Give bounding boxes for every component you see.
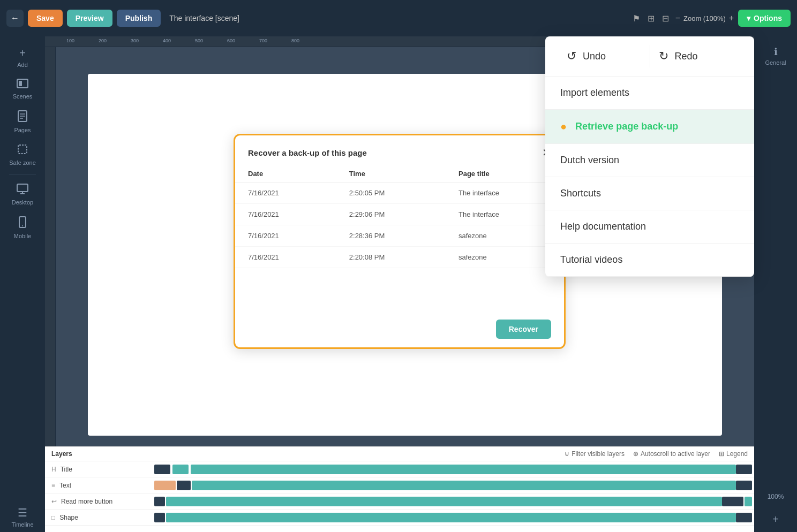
scene-title: The interface [scene] — [169, 14, 626, 22]
align-icon[interactable]: ⊞ — [645, 11, 657, 26]
layer-icon-readmore: ↩ — [51, 498, 57, 505]
layers-header: Layers ⊎ Filter visible layers ⊕ Autoscr… — [45, 447, 754, 461]
layer-bar-readmore-2 — [166, 497, 722, 506]
zoom-label: Zoom (100%) — [683, 14, 726, 22]
shortcuts-item[interactable]: Shortcuts — [545, 177, 754, 210]
layer-bar-text-4 — [736, 481, 752, 490]
table-row[interactable]: 7/16/2021 2:28:36 PM safezone — [235, 225, 564, 247]
modal-title: Recover a back-up of this page — [248, 148, 367, 157]
layers-panel: Layers ⊎ Filter visible layers ⊕ Autoscr… — [45, 446, 754, 532]
layer-row-text[interactable]: ≡ Text — [45, 477, 754, 493]
back-button[interactable]: ← — [6, 10, 24, 27]
preview-button[interactable]: Preview — [67, 10, 112, 27]
sidebar-item-pages[interactable]: Pages — [4, 106, 41, 138]
flag-icon[interactable]: ⚑ — [630, 11, 642, 26]
grid-icon[interactable]: ⊟ — [660, 11, 671, 26]
layer-bar-title-1 — [154, 465, 170, 474]
sidebar-label-timeline: Timeline — [11, 521, 33, 528]
desktop-icon — [17, 184, 28, 197]
mobile-icon — [19, 216, 26, 231]
zoom-control: − Zoom (100%) + — [675, 13, 734, 23]
undo-label: Undo — [583, 51, 606, 62]
sidebar-item-scenes[interactable]: Scenes — [4, 74, 41, 104]
retrieve-backup-item[interactable]: ● Retrieve page back-up — [545, 110, 754, 144]
timeline-icon: ☰ — [18, 506, 27, 519]
sidebar-divider-1 — [9, 174, 36, 175]
table-header-date: Date — [235, 165, 336, 183]
sidebar-label-desktop: Desktop — [12, 199, 33, 206]
autoscroll-button[interactable]: ⊕ Autoscroll to active layer — [633, 450, 710, 458]
dutch-version-label: Dutch version — [560, 155, 619, 166]
undo-icon: ↺ — [567, 49, 576, 63]
legend-button[interactable]: ⊞ Legend — [719, 450, 748, 458]
table-cell-time-2: 2:29:06 PM — [336, 204, 446, 225]
table-row[interactable]: 7/16/2021 2:20:08 PM safezone — [235, 247, 564, 268]
redo-button[interactable]: ↻ Redo — [652, 45, 740, 67]
dutch-version-item[interactable]: Dutch version — [545, 144, 754, 177]
right-panel-label-general: General — [765, 59, 786, 66]
table-cell-time-3: 2:28:36 PM — [336, 225, 446, 247]
table-cell-date-2: 7/16/2021 — [235, 204, 336, 225]
autoscroll-icon: ⊕ — [633, 450, 638, 458]
table-cell-date-1: 7/16/2021 — [235, 183, 336, 204]
sidebar-item-mobile[interactable]: Mobile — [4, 212, 41, 244]
recover-button[interactable]: Recover — [496, 320, 551, 339]
right-panel-general[interactable]: ℹ General — [754, 41, 797, 71]
sidebar-label-safezone: Safe zone — [9, 159, 36, 166]
svg-point-11 — [22, 225, 23, 226]
svg-rect-6 — [18, 145, 27, 154]
layer-label-readmore: ↩ Read more button — [45, 498, 152, 505]
general-icon: ℹ — [774, 46, 778, 58]
zoom-in-button[interactable]: + — [729, 13, 734, 23]
layer-bar-container-title — [152, 461, 754, 477]
table-cell-date-3: 7/16/2021 — [235, 225, 336, 247]
undo-button[interactable]: ↺ Undo — [560, 45, 648, 67]
sidebar-item-add[interactable]: + Add — [4, 43, 41, 72]
layer-bar-title-2 — [172, 465, 189, 474]
pages-icon — [18, 110, 27, 125]
publish-button[interactable]: Publish — [117, 10, 161, 27]
right-panel: ℹ General 100% + — [754, 36, 797, 532]
connector-dot-icon: ● — [560, 120, 567, 133]
import-elements-item[interactable]: Import elements — [545, 77, 754, 110]
table-row[interactable]: 7/16/2021 2:29:06 PM The interface — [235, 204, 564, 225]
layer-bar-readmore-4 — [745, 497, 752, 506]
options-button[interactable]: ▾ Options — [738, 10, 791, 27]
table-cell-time-1: 2:50:05 PM — [336, 183, 446, 204]
sidebar-item-desktop[interactable]: Desktop — [4, 179, 41, 210]
layer-icon-title: H — [51, 466, 56, 473]
table-row[interactable]: 7/16/2021 2:50:05 PM The interface — [235, 183, 564, 204]
layer-name-title: Title — [61, 466, 72, 473]
add-layer-button[interactable]: + — [766, 507, 785, 532]
table-cell-time-4: 2:20:08 PM — [336, 247, 446, 268]
save-button[interactable]: Save — [28, 10, 63, 27]
layer-label-text: ≡ Text — [45, 482, 152, 489]
options-label: Options — [754, 14, 782, 22]
redo-label: Redo — [675, 51, 698, 62]
backup-table: Date Time Page title 7/16/2021 2:50:05 P… — [235, 165, 564, 268]
redo-icon: ↻ — [659, 49, 668, 63]
layer-name-readmore: Read more button — [61, 498, 112, 505]
zoom-out-button[interactable]: − — [675, 13, 680, 23]
sidebar-label-scenes: Scenes — [13, 93, 33, 100]
sidebar-label-pages: Pages — [14, 127, 31, 133]
layer-row-readmore[interactable]: ↩ Read more button — [45, 493, 754, 510]
layer-bar-text-2 — [177, 481, 191, 490]
layer-bar-text-1 — [154, 481, 176, 490]
toolbar: ← Save Preview Publish The interface [sc… — [0, 0, 797, 36]
layer-bar-text-3 — [192, 481, 736, 490]
legend-icon: ⊞ — [719, 450, 724, 458]
help-documentation-item[interactable]: Help documentation — [545, 210, 754, 244]
svg-rect-1 — [19, 81, 22, 86]
modal-header: Recover a back-up of this page ✕ — [235, 135, 564, 165]
table-cell-date-4: 7/16/2021 — [235, 247, 336, 268]
sidebar-item-safezone[interactable]: Safe zone — [4, 140, 41, 170]
layers-header-actions: ⊎ Filter visible layers ⊕ Autoscroll to … — [565, 450, 748, 458]
layer-row-title[interactable]: H Title — [45, 461, 754, 477]
sidebar-item-timeline[interactable]: ☰ Timeline — [4, 502, 41, 532]
layer-bar-shape-3 — [736, 513, 752, 522]
layer-row-shape[interactable]: □ Shape — [45, 510, 754, 526]
left-sidebar: + Add Scenes Pages Safe zone Desktop Mob… — [0, 36, 45, 532]
tutorial-videos-item[interactable]: Tutorial videos — [545, 244, 754, 277]
filter-visible-layers-button[interactable]: ⊎ Filter visible layers — [565, 450, 625, 458]
